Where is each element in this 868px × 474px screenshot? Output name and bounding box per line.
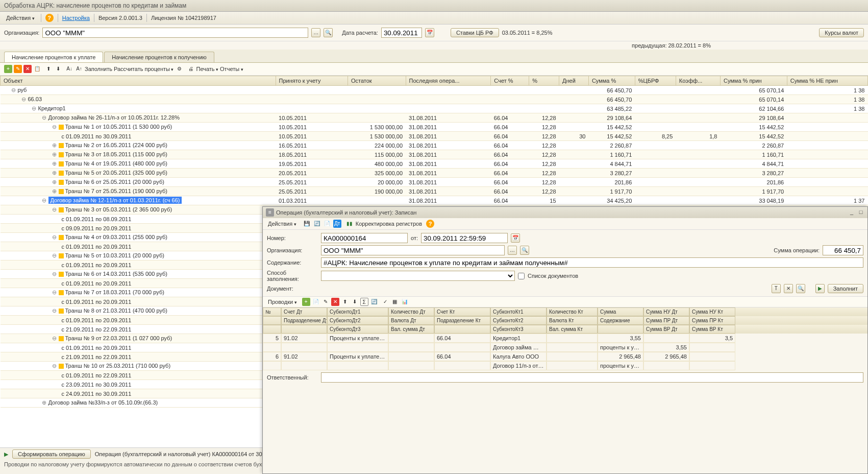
- org-search2-icon[interactable]: 🔍: [520, 246, 529, 255]
- from-input[interactable]: [421, 233, 508, 243]
- entry-col[interactable]: Валюта Кт: [547, 316, 598, 325]
- date-input[interactable]: [381, 28, 422, 38]
- status-link[interactable]: Операция (бухгалтерский и налоговый учет…: [95, 451, 281, 457]
- gear-icon[interactable]: ⚙: [176, 65, 184, 73]
- tree-row[interactable]: ⊖Транш № 1 от 10.05.2011 (1 530 000 руб)…: [1, 123, 868, 132]
- entry-col[interactable]: СубконтоКт1: [490, 307, 547, 316]
- expand-icon[interactable]: ⊕: [52, 188, 58, 195]
- entry-down-icon[interactable]: ⬇: [351, 298, 359, 306]
- search3-icon[interactable]: 🔍: [796, 284, 805, 293]
- org-more-icon[interactable]: …: [311, 28, 320, 37]
- col-header[interactable]: Объект: [1, 76, 276, 86]
- tree-row[interactable]: ⊕Транш № 6 от 25.05.2011 (20 000 руб)25.…: [1, 178, 868, 187]
- expand-icon[interactable]: ⊖: [52, 206, 58, 213]
- add-icon[interactable]: +: [4, 65, 12, 73]
- entry-up-icon[interactable]: ⬆: [341, 298, 349, 306]
- actions-menu[interactable]: Действия: [4, 14, 37, 21]
- col-header[interactable]: Остаток: [348, 76, 406, 86]
- tree-row[interactable]: ⊕Транш № 5 от 20.05.2011 (325 000 руб)20…: [1, 169, 868, 178]
- entry-col[interactable]: [263, 316, 281, 325]
- entry-col[interactable]: Сумма НУ Дт: [643, 307, 689, 316]
- entry-refresh-icon[interactable]: 🔄: [370, 298, 378, 306]
- sort-asc-icon[interactable]: A↓: [65, 65, 73, 73]
- sort-desc-icon[interactable]: A↑: [75, 65, 83, 73]
- entry-add-icon[interactable]: +: [302, 298, 310, 306]
- fill-button[interactable]: Заполнит: [828, 284, 863, 293]
- entry-col[interactable]: Счет Дт: [281, 307, 327, 316]
- col-header[interactable]: Счет %: [491, 76, 529, 86]
- expand-icon[interactable]: ⊖: [21, 96, 27, 103]
- org-more2-icon[interactable]: …: [508, 246, 517, 255]
- org-input[interactable]: [42, 28, 308, 38]
- currencies-button[interactable]: Курсы валют: [819, 28, 864, 37]
- calendar-icon[interactable]: 📅: [425, 28, 434, 37]
- settings-link[interactable]: Настройка: [62, 15, 90, 21]
- col-header[interactable]: Дней: [559, 76, 589, 86]
- expand-icon[interactable]: ⊖: [52, 307, 58, 314]
- entry-col[interactable]: №: [263, 307, 281, 316]
- entry-copy-icon[interactable]: 📄: [312, 298, 320, 306]
- entry-row[interactable]: Договор займа №33/...проценты к уплате (…: [263, 343, 867, 352]
- tree-row[interactable]: ⊕Транш № 2 от 16.05.2011 (224 000 руб)16…: [1, 141, 868, 150]
- col-header[interactable]: %ЦБРФ: [635, 76, 676, 86]
- modal-org-input[interactable]: [321, 245, 505, 255]
- entry-col[interactable]: СубконтоДт1: [327, 307, 388, 316]
- entry-col[interactable]: Сумма ПР Кт: [689, 316, 735, 325]
- expand-icon[interactable]: ⊖: [52, 252, 58, 259]
- expand-icon[interactable]: ⊕: [52, 179, 58, 185]
- dt-icon[interactable]: Дт: [333, 220, 341, 228]
- entry-col[interactable]: Счет Кт: [434, 307, 490, 316]
- entries-body[interactable]: 591.02Проценты к уплате с...66.04Кредито…: [263, 334, 867, 370]
- tree-row[interactable]: ⊕Транш № 7 от 25.05.2011 (190 000 руб)25…: [1, 187, 868, 196]
- entry-row[interactable]: 591.02Проценты к уплате с...66.04Кредито…: [263, 334, 867, 343]
- entry-col[interactable]: Количество Дт: [388, 307, 434, 316]
- entry-row[interactable]: 691.02Проценты к уплате п...66.04Калуга …: [263, 352, 867, 361]
- entry-check-icon[interactable]: ✓: [381, 298, 389, 306]
- expand-icon[interactable]: ⊖: [52, 271, 58, 277]
- expand-icon[interactable]: ⊕: [41, 399, 47, 406]
- expand-icon[interactable]: ⊖: [41, 197, 47, 204]
- edit-icon[interactable]: ✎: [14, 65, 22, 73]
- down-icon[interactable]: ⬇: [54, 65, 62, 73]
- tree-row[interactable]: ⊖Договор займа № 12-11/п-з от 01.03.2011…: [1, 196, 868, 205]
- entry-col[interactable]: [281, 325, 327, 334]
- tree-row[interactable]: ⊖66.0366 450,7065 070,141 38: [1, 95, 868, 104]
- tab-payable[interactable]: Начисление процентов к уплате: [4, 52, 103, 62]
- entry-col[interactable]: [598, 325, 643, 334]
- expand-icon[interactable]: ⊖: [52, 234, 58, 241]
- up-icon[interactable]: ⬆: [44, 65, 53, 73]
- entry-row[interactable]: Договор 11/п-з от 21...проценты к уплате…: [263, 361, 867, 370]
- tab-receivable[interactable]: Начисление процентов к получению: [104, 52, 214, 62]
- entry-col[interactable]: Сумма ВР Дт: [643, 325, 689, 334]
- maximize-icon[interactable]: □: [857, 209, 864, 216]
- expand-icon[interactable]: ⊖: [11, 87, 17, 93]
- save-icon[interactable]: 💾: [303, 220, 311, 228]
- col-header[interactable]: Сумма %: [588, 76, 635, 86]
- expand-icon[interactable]: ⊖: [31, 105, 37, 112]
- tree-row[interactable]: ⊕Транш № 3 от 18.05.2011 (115 000 руб)18…: [1, 150, 868, 159]
- expand-icon[interactable]: ⊖: [52, 335, 58, 342]
- reg-icon[interactable]: ▮▮: [345, 220, 354, 228]
- cb-rates-button[interactable]: Ставки ЦБ РФ: [451, 28, 499, 37]
- sumop-input[interactable]: [823, 245, 863, 255]
- tree-row[interactable]: ⊖Договор займа № 26-11/п-з от 10.05.2011…: [1, 113, 868, 123]
- entry-col[interactable]: Сумма ВР Кт: [689, 325, 735, 334]
- x-icon[interactable]: ✕: [784, 284, 793, 293]
- copy-icon[interactable]: 📋: [33, 65, 41, 73]
- expand-icon[interactable]: ⊖: [52, 289, 58, 296]
- expand-icon[interactable]: ⊖: [41, 114, 47, 121]
- num-input[interactable]: [321, 233, 408, 243]
- entry-col[interactable]: Валюта Дт: [388, 316, 434, 325]
- copy-icon[interactable]: 📄: [323, 220, 331, 228]
- print-link[interactable]: Печать: [196, 66, 219, 72]
- col-header[interactable]: Принято к учету: [276, 76, 348, 86]
- entry-col[interactable]: [263, 325, 281, 334]
- entry-del-icon[interactable]: ✕: [331, 298, 339, 306]
- col-header[interactable]: %: [529, 76, 559, 86]
- t-icon[interactable]: T: [772, 284, 781, 293]
- entry-sum-icon[interactable]: Σ: [360, 298, 368, 306]
- minimize-icon[interactable]: _: [848, 209, 855, 216]
- expand-icon[interactable]: ⊕: [52, 160, 58, 167]
- entry-col[interactable]: Количество Кт: [547, 307, 598, 316]
- entry-col[interactable]: Содержание: [598, 316, 643, 325]
